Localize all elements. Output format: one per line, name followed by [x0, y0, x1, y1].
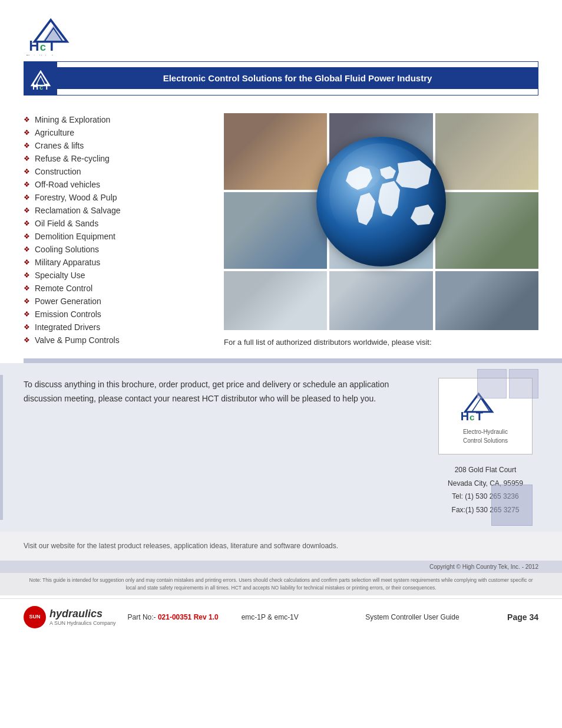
- bullet-item: ❖Military Apparatus: [24, 256, 212, 269]
- svg-text:Electro-Hydraulic: Electro-Hydraulic: [27, 54, 56, 55]
- footer-page: Page 34: [507, 612, 538, 622]
- industry-image-4: [224, 192, 327, 269]
- bullet-item: ❖Agriculture: [24, 126, 212, 139]
- bullet-item: ❖Oil Field & Sands: [24, 217, 212, 230]
- bullet-item: ❖Valve & Pump Controls: [24, 334, 212, 347]
- bottom-paragraph-1: To discuss anything in this brochure, or…: [24, 378, 415, 406]
- left-vert-bar: [0, 375, 3, 520]
- bullet-list: ❖Mining & Exploration❖Agriculture❖Cranes…: [24, 113, 212, 347]
- right-column: For a full list of authorized distributo…: [224, 113, 538, 347]
- main-content: ❖Mining & Exploration❖Agriculture❖Cranes…: [0, 107, 562, 353]
- image-grid: [224, 113, 538, 330]
- bullet-text: Cranes & lifts: [35, 141, 84, 150]
- bullet-diamond: ❖: [24, 180, 30, 189]
- svg-point-13: [343, 161, 384, 195]
- svg-text:H: H: [29, 38, 39, 54]
- bullet-text: Integrated Drivers: [35, 322, 100, 332]
- bullet-text: Refuse & Re-cycling: [35, 154, 110, 163]
- decorative-strip: [24, 358, 562, 363]
- bullet-item: ❖Forestry, Wood & Pulp: [24, 191, 212, 204]
- deco-sq-1: [477, 369, 507, 398]
- bullet-text: Emission Controls: [35, 309, 101, 319]
- banner-text: Electronic Control Solutions for the Glo…: [57, 67, 538, 89]
- bullet-text: Power Generation: [35, 297, 101, 306]
- bullet-diamond: ❖: [24, 116, 30, 124]
- industry-image-8: [329, 271, 432, 330]
- bullet-item: ❖Cranes & lifts: [24, 139, 212, 152]
- bullet-diamond: ❖: [24, 129, 30, 137]
- bullet-text: Specialty Use: [35, 271, 85, 280]
- svg-text:c: c: [39, 84, 43, 90]
- bottom-wrapper: To discuss anything in this brochure, or…: [0, 358, 562, 595]
- bullet-diamond: ❖: [24, 154, 30, 163]
- bullet-text: Military Apparatus: [35, 258, 100, 267]
- bullet-item: ❖Remote Control: [24, 282, 212, 295]
- bullet-item: ❖Mining & Exploration: [24, 113, 212, 126]
- bullet-text: Oil Field & Sands: [35, 219, 98, 228]
- industry-image-7: [224, 271, 327, 330]
- bullet-diamond: ❖: [24, 310, 30, 318]
- bullet-item: ❖Demolition Equipment: [24, 230, 212, 243]
- bullet-diamond: ❖: [24, 232, 30, 241]
- deco-sq-large: [491, 485, 533, 526]
- bullet-item: ❖Power Generation: [24, 295, 212, 308]
- bullet-diamond: ❖: [24, 141, 30, 150]
- svg-text:c: c: [40, 41, 46, 53]
- bullet-text: Reclamation & Salvage: [35, 206, 121, 215]
- industry-image-1: [224, 113, 327, 190]
- bullet-text: Mining & Exploration: [35, 115, 110, 124]
- bullet-item: ❖Specialty Use: [24, 269, 212, 282]
- sun-circle: SUN: [24, 606, 46, 628]
- logo-area: H c T Electro-Hydraulic Control Solution…: [0, 0, 562, 61]
- bullet-diamond: ❖: [24, 271, 30, 279]
- globe: [316, 137, 446, 266]
- banner-icon: H c T: [24, 62, 57, 95]
- bullet-text: Construction: [35, 167, 81, 176]
- visit-text: Visit our website for the latest product…: [24, 541, 538, 552]
- bullet-item: ❖Integrated Drivers: [24, 321, 212, 334]
- banner-logo-icon: H c T: [29, 67, 52, 90]
- bullet-item: ❖Emission Controls: [24, 308, 212, 321]
- bullet-diamond: ❖: [24, 336, 30, 344]
- svg-text:H: H: [32, 82, 38, 90]
- svg-text:T: T: [44, 82, 49, 90]
- hct-logo: H c T Electro-Hydraulic Control Solution…: [24, 12, 94, 55]
- bullet-diamond: ❖: [24, 323, 30, 331]
- bullet-item: ❖Off-Road vehicles: [24, 178, 212, 191]
- sun-brand: hydraulics A SUN Hydraulics Company: [49, 608, 116, 626]
- bullet-text: Demolition Equipment: [35, 232, 115, 241]
- globe-container: [316, 137, 446, 266]
- footer-model: emc-1P & emc-1V: [223, 613, 318, 621]
- bullet-item: ❖Refuse & Re-cycling: [24, 152, 212, 165]
- globe-continents-svg: [316, 137, 446, 266]
- bullet-item: ❖Cooling Solutions: [24, 243, 212, 256]
- distributor-text: For a full list of authorized distributo…: [224, 338, 538, 347]
- footer-guide: System Controller User Guide: [318, 613, 507, 621]
- bottom-content-row: To discuss anything in this brochure, or…: [24, 378, 538, 517]
- bullet-text: Valve & Pump Controls: [35, 335, 120, 345]
- bullet-diamond: ❖: [24, 258, 30, 266]
- bottom-text-block: To discuss anything in this brochure, or…: [24, 378, 415, 517]
- logo-bottom-subtitle: Electro-Hydraulic Control Solutions: [451, 427, 520, 445]
- svg-text:c: c: [470, 411, 475, 421]
- deco-squares-top: [477, 369, 538, 398]
- bullet-diamond: ❖: [24, 219, 30, 228]
- bottom-section: To discuss anything in this brochure, or…: [0, 363, 562, 532]
- industry-image-3: [435, 113, 538, 190]
- bullet-text: Remote Control: [35, 284, 92, 293]
- banner: H c T Electronic Control Solutions for t…: [24, 61, 538, 95]
- industry-image-6: [435, 192, 538, 269]
- svg-text:H: H: [461, 409, 469, 422]
- bullet-diamond: ❖: [24, 206, 30, 215]
- bullet-diamond: ❖: [24, 284, 30, 292]
- deco-sq-2: [509, 369, 538, 398]
- bullet-text: Off-Road vehicles: [35, 180, 100, 189]
- bullet-diamond: ❖: [24, 297, 30, 305]
- bullet-diamond: ❖: [24, 245, 30, 253]
- svg-text:T: T: [48, 38, 57, 54]
- sun-logo-area: SUN hydraulics A SUN Hydraulics Company: [24, 606, 116, 628]
- svg-text:T: T: [476, 409, 483, 422]
- page-footer: SUN hydraulics A SUN Hydraulics Company …: [0, 598, 562, 635]
- visit-section: Visit our website for the latest product…: [0, 532, 562, 561]
- footer-part-block: Part No:- 021-00351 Rev 1.0: [128, 613, 223, 621]
